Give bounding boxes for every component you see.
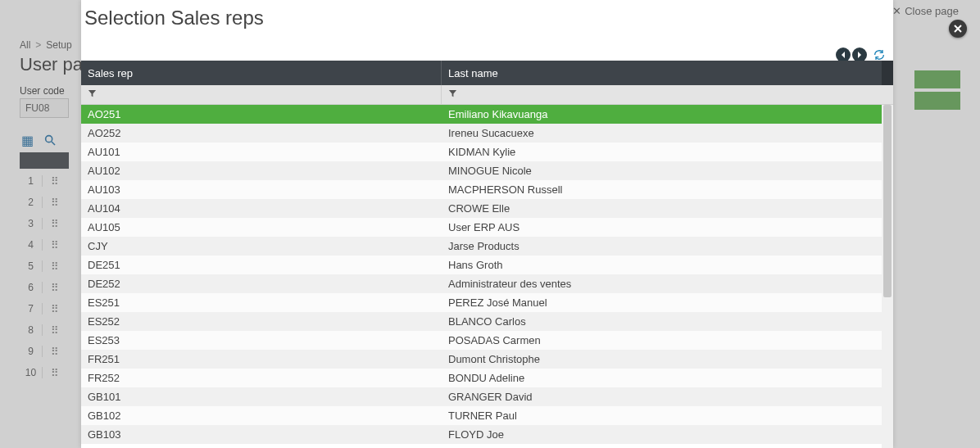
modal-title: Selection Sales reps [81, 0, 893, 38]
table-row[interactable]: AO252Ireneu Sucacuexe [81, 124, 882, 143]
cell-last-name: Administrateur des ventes [442, 278, 882, 290]
cell-sales-rep: DE251 [81, 259, 442, 271]
cell-sales-rep: AU104 [81, 202, 442, 215]
cell-sales-rep: ES253 [81, 334, 442, 346]
table-filter-row [81, 85, 893, 105]
table-row[interactable]: AU102MINOGUE Nicole [81, 161, 882, 180]
filter-scroll-gutter [882, 85, 893, 104]
cell-last-name: Ireneu Sucacuexe [442, 127, 882, 139]
cell-sales-rep: DE252 [81, 278, 442, 290]
cell-last-name: Hans Groth [442, 259, 882, 271]
column-header-sales-rep[interactable]: Sales rep [81, 61, 442, 85]
cell-last-name: User ERP AUS [442, 221, 882, 233]
table-row[interactable]: DE251Hans Groth [81, 256, 882, 274]
cell-sales-rep: GB102 [81, 410, 442, 422]
filter-sales-rep[interactable] [81, 85, 442, 104]
cell-sales-rep: AO252 [81, 127, 442, 139]
table-row[interactable]: AU103MACPHERSON Russell [81, 180, 882, 199]
cell-sales-rep: AO251 [81, 108, 442, 120]
cell-last-name: POSADAS Carmen [442, 334, 882, 346]
table-header-row: Sales rep Last name [81, 61, 893, 85]
cell-last-name: Jarse Products [442, 240, 882, 252]
cell-last-name: KIDMAN Kylie [442, 146, 882, 158]
cell-last-name: Dumont Christophe [442, 353, 882, 365]
table-row[interactable]: GB101GRANGER David [81, 387, 882, 406]
cell-sales-rep: CJY [81, 240, 442, 252]
cell-sales-rep: GB101 [81, 391, 442, 403]
table-row[interactable]: GB102TURNER Paul [81, 406, 882, 425]
cell-last-name: MACPHERSON Russell [442, 183, 882, 196]
table-row[interactable]: AU104CROWE Elle [81, 199, 882, 218]
cell-last-name: BONDU Adeline [442, 372, 882, 384]
filter-icon [448, 88, 457, 101]
cell-sales-rep: GB103 [81, 428, 442, 441]
table-row[interactable]: ES251PEREZ José Manuel [81, 293, 882, 312]
cell-last-name: CROWE Elle [442, 202, 882, 215]
modal-close-button[interactable] [949, 20, 967, 38]
cell-sales-rep: AU105 [81, 221, 442, 233]
cell-sales-rep: ES252 [81, 315, 442, 328]
scrollbar-thumb[interactable] [883, 105, 892, 297]
cell-sales-rep: ES251 [81, 296, 442, 309]
cell-last-name: BLANCO Carlos [442, 315, 882, 328]
column-header-last-name[interactable]: Last name [442, 61, 882, 85]
cell-sales-rep: FR251 [81, 353, 442, 365]
cell-last-name: MINOGUE Nicole [442, 165, 882, 177]
table-row[interactable]: FR252BONDU Adeline [81, 369, 882, 387]
vertical-scrollbar[interactable] [882, 105, 893, 448]
cell-sales-rep: FR252 [81, 372, 442, 384]
selection-modal: Selection Sales reps Sales rep Last name [81, 0, 893, 448]
table-row[interactable]: CJYJarse Products [81, 237, 882, 256]
filter-last-name[interactable] [442, 85, 882, 104]
table-row[interactable]: AU101KIDMAN Kylie [81, 143, 882, 161]
table-row[interactable]: AU105User ERP AUS [81, 218, 882, 237]
cell-last-name: PEREZ José Manuel [442, 296, 882, 309]
table-body: AO251Emiliano KikavuangaAO252Ireneu Suca… [81, 105, 893, 448]
table-row[interactable]: FR251Dumont Christophe [81, 350, 882, 369]
table-row[interactable]: AO251Emiliano Kikavuanga [81, 105, 882, 124]
cell-sales-rep: AU102 [81, 165, 442, 177]
cell-last-name: Emiliano Kikavuanga [442, 108, 882, 120]
filter-icon [88, 88, 97, 101]
cell-sales-rep: AU103 [81, 183, 442, 196]
cell-last-name: GRANGER David [442, 391, 882, 403]
table: Sales rep Last name AO251Emiliano Kikavu… [81, 61, 893, 448]
table-row[interactable]: DE252Administrateur des ventes [81, 274, 882, 293]
table-row[interactable]: GB103FLOYD Joe [81, 425, 882, 444]
table-row[interactable]: ES253POSADAS Carmen [81, 331, 882, 350]
cell-last-name: TURNER Paul [442, 410, 882, 422]
cell-last-name: FLOYD Joe [442, 428, 882, 441]
header-scroll-gutter [882, 61, 893, 85]
cell-sales-rep: AU101 [81, 146, 442, 158]
table-row[interactable]: ES252BLANCO Carlos [81, 312, 882, 331]
